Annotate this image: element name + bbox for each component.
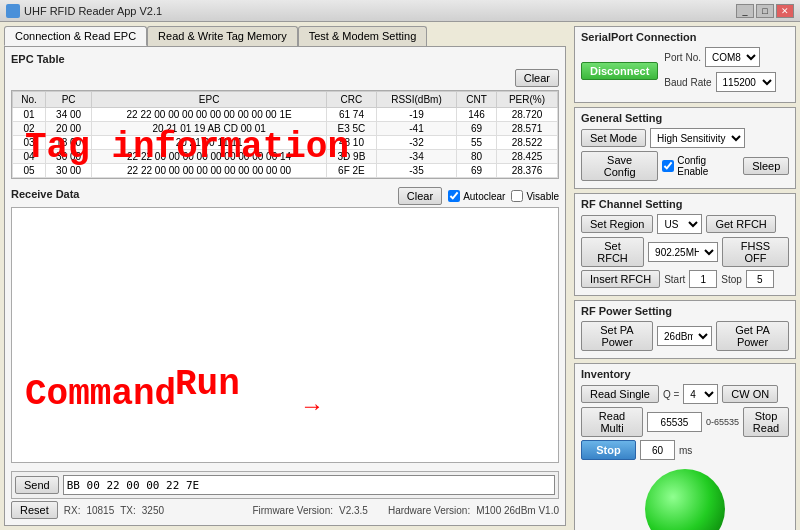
col-pc: PC (46, 92, 92, 108)
autoclear-checkbox[interactable] (448, 190, 460, 202)
sensitivity-select[interactable]: High Sensitivity Low Sensitivity (650, 128, 745, 148)
get-pa-power-button[interactable]: Get PA Power (716, 321, 789, 351)
receive-data-section: Receive Data Clear Autoclear Visable (11, 187, 559, 463)
table-row: 0530 0022 22 00 00 00 00 00 00 00 00 00 … (13, 164, 558, 178)
receive-data-label: Receive Data (11, 188, 80, 200)
ms-label: ms (679, 445, 692, 456)
power-select[interactable]: 26dBm20dBm23dBm30dBm (657, 326, 712, 346)
config-enable-label[interactable]: Config Enable (662, 155, 739, 177)
col-rssi: RSSI(dBm) (376, 92, 456, 108)
cw-on-button[interactable]: CW ON (722, 385, 778, 403)
col-crc: CRC (327, 92, 377, 108)
maximize-button[interactable]: □ (756, 4, 774, 18)
epc-table-container: No. PC EPC CRC RSSI(dBm) CNT PER(%) 0134… (11, 90, 559, 179)
tab-bar: Connection & Read EPC Read & Write Tag M… (4, 26, 566, 46)
minimize-button[interactable]: _ (736, 4, 754, 18)
reset-button[interactable]: Reset (11, 501, 58, 519)
table-row: 0134 0022 22 00 00 00 00 00 00 00 00 00 … (13, 108, 558, 122)
set-rfch-button[interactable]: Set RFCH (581, 237, 644, 267)
port-no-label: Port No. (664, 52, 701, 63)
config-enable-checkbox[interactable] (662, 160, 674, 172)
rf-power-section: RF Power Setting Set PA Power 26dBm20dBm… (574, 300, 796, 359)
status-bar: Reset RX: 10815 TX: 3250 Firmware Versio… (11, 501, 559, 519)
app-icon (6, 4, 20, 18)
rfch-select[interactable]: 902.25MHz (648, 242, 718, 262)
receive-textarea[interactable] (11, 207, 559, 463)
ms-input[interactable] (640, 440, 675, 460)
col-per: PER(%) (497, 92, 558, 108)
col-epc: EPC (92, 92, 327, 108)
table-row: 0318 0020 21 00 11 1148 10-325528.522 (13, 136, 558, 150)
bottom-section: Send Reset RX: 10815 TX: 3250 Firmware V… (11, 467, 559, 519)
visable-checkbox-label[interactable]: Visable (511, 190, 559, 202)
read-single-button[interactable]: Read Single (581, 385, 659, 403)
get-rfch-button[interactable]: Get RFCH (706, 215, 775, 233)
tab-connection-read-epc[interactable]: Connection & Read EPC (4, 26, 147, 46)
serial-port-section: SerialPort Connection Disconnect Port No… (574, 26, 796, 103)
firmware-value: V2.3.5 (339, 505, 368, 516)
inventory-title: Inventory (581, 368, 789, 380)
table-row: 0220 0020 21 01 19 AB CD 00 01E3 5C-4169… (13, 122, 558, 136)
rf-power-title: RF Power Setting (581, 305, 789, 317)
save-config-button[interactable]: Save Config (581, 151, 658, 181)
inventory-section: Inventory Read Single Q = 40123 CW ON Re… (574, 363, 796, 530)
q-select[interactable]: 40123 (683, 384, 718, 404)
stop-read-button[interactable]: Stop Read (743, 407, 789, 437)
insert-rfch-button[interactable]: Insert RFCH (581, 270, 660, 288)
send-button[interactable]: Send (15, 476, 59, 494)
general-setting-section: General Setting Set Mode High Sensitivit… (574, 107, 796, 189)
firmware-label: Firmware Version: (252, 505, 333, 516)
fhss-button[interactable]: FHSS OFF (722, 237, 789, 267)
col-no: No. (13, 92, 46, 108)
panel-content: Tag information Command Run → EPC Table … (4, 46, 566, 526)
set-pa-power-button[interactable]: Set PA Power (581, 321, 653, 351)
receive-clear-button[interactable]: Clear (398, 187, 442, 205)
epc-clear-button[interactable]: Clear (515, 69, 559, 87)
set-mode-button[interactable]: Set Mode (581, 129, 646, 147)
app-title: UHF RFID Reader App V2.1 (24, 5, 162, 17)
rf-channel-section: RF Channel Setting Set Region USEUCNJP G… (574, 193, 796, 296)
visable-checkbox[interactable] (511, 190, 523, 202)
sleep-button[interactable]: Sleep (743, 157, 789, 175)
stop-input[interactable] (746, 270, 774, 288)
rx-value: 10815 (86, 505, 114, 516)
epc-table-label: EPC Table (11, 53, 559, 65)
port-no-select[interactable]: COM8 (705, 47, 760, 67)
serial-port-title: SerialPort Connection (581, 31, 789, 43)
baud-rate-select[interactable]: 115200 (716, 72, 776, 92)
window-controls[interactable]: _ □ ✕ (736, 4, 794, 18)
region-select[interactable]: USEUCNJP (657, 214, 702, 234)
command-input[interactable] (63, 475, 555, 495)
tx-value: 3250 (142, 505, 164, 516)
col-cnt: CNT (457, 92, 497, 108)
set-region-button[interactable]: Set Region (581, 215, 653, 233)
rf-channel-title: RF Channel Setting (581, 198, 789, 210)
autoclear-checkbox-label[interactable]: Autoclear (448, 190, 505, 202)
table-row: 0430 0022 22 00 00 00 00 00 00 00 00 00 … (13, 150, 558, 164)
command-bar: Send (11, 471, 559, 499)
tab-test-modem[interactable]: Test & Modem Setting (298, 26, 428, 46)
hardware-value: M100 26dBm V1.0 (476, 505, 559, 516)
range-input[interactable] (647, 412, 702, 432)
read-multi-button[interactable]: Read Multi (581, 407, 643, 437)
tab-read-write-memory[interactable]: Read & Write Tag Memory (147, 26, 298, 46)
q-label: Q = (663, 389, 679, 400)
range-hint: 0-65535 (706, 417, 739, 427)
title-bar: UHF RFID Reader App V2.1 _ □ ✕ (0, 0, 800, 22)
hardware-label: Hardware Version: (388, 505, 470, 516)
status-indicator (645, 469, 725, 530)
rx-label: RX: (64, 505, 81, 516)
stop-label: Stop (721, 274, 742, 285)
close-button[interactable]: ✕ (776, 4, 794, 18)
epc-table: No. PC EPC CRC RSSI(dBm) CNT PER(%) 0134… (12, 91, 558, 178)
start-input[interactable] (689, 270, 717, 288)
stop-button[interactable]: Stop (581, 440, 636, 460)
general-setting-title: General Setting (581, 112, 789, 124)
tx-label: TX: (120, 505, 136, 516)
start-label: Start (664, 274, 685, 285)
right-panel: SerialPort Connection Disconnect Port No… (570, 22, 800, 530)
baud-rate-label: Baud Rate (664, 77, 711, 88)
left-panel: Connection & Read EPC Read & Write Tag M… (0, 22, 570, 530)
disconnect-button[interactable]: Disconnect (581, 62, 658, 80)
